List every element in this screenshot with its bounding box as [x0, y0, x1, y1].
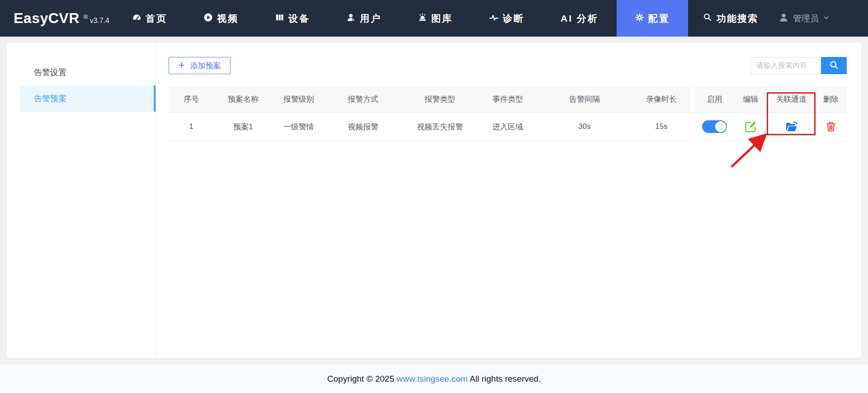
search-icon: [829, 60, 839, 71]
footer-link[interactable]: www.tsingsee.com: [396, 374, 467, 384]
header-plan-name: 预案名称: [214, 86, 273, 112]
add-plan-label: 添加预案: [190, 61, 221, 71]
header-edit: 编辑: [734, 86, 768, 112]
table-row: 1 预案1 一级警情 视频报警 视频丢失报警 进入区域 30s 15s: [169, 113, 847, 141]
delete-trash-icon[interactable]: [825, 121, 837, 133]
app-logo: EasyCVR ® v3.7.4: [14, 10, 109, 27]
user-menu[interactable]: 管理员: [778, 12, 830, 24]
nav-item-label: 视频: [217, 12, 239, 25]
toggle-knob: [715, 121, 726, 132]
table-header-row: 序号 预案名称 报警级别 报警方式 报警类型 事件类型 告警间隔 录像时长 启用…: [169, 86, 847, 113]
sidebar: 告警设置 告警预案: [7, 43, 156, 358]
app-name: EasyCVR: [14, 10, 80, 27]
function-search-label: 功能搜索: [717, 12, 758, 25]
cell-plan-name: 预案1: [214, 113, 273, 141]
copyright-prefix: Copyright © 2025: [327, 374, 396, 384]
header-alarm-mode: 报警方式: [325, 86, 401, 112]
copyright-suffix: All rights reserved.: [468, 374, 541, 384]
cell-alarm-level: 一级警情: [273, 113, 325, 141]
nav-item-label: 设备: [288, 12, 310, 25]
registered-mark: ®: [84, 14, 88, 20]
plus-icon: +: [179, 60, 184, 71]
header-event-type: 事件类型: [478, 86, 537, 112]
linked-channel-folder-icon[interactable]: [785, 120, 798, 133]
nav-item-label: 诊断: [503, 12, 524, 25]
user-icon: [346, 13, 356, 24]
search-input[interactable]: [750, 57, 821, 74]
search-button[interactable]: [821, 57, 847, 74]
nav-item-gallery[interactable]: 图库: [400, 0, 471, 37]
nav-item-label: 图库: [431, 12, 453, 25]
page-body: 告警设置 告警预案 + 添加预案: [0, 37, 868, 365]
user-name: 管理员: [793, 13, 819, 24]
nav-item-label: 首页: [146, 12, 167, 25]
nav-item-users[interactable]: 用户: [328, 0, 400, 37]
function-search[interactable]: 功能搜索: [703, 12, 758, 25]
top-navbar: EasyCVR ® v3.7.4 首页 视频 设备 用户: [0, 0, 868, 37]
nav-item-diagnosis[interactable]: 诊断: [471, 0, 542, 37]
navbar-right: 功能搜索 管理员: [703, 12, 868, 25]
nav-item-label: 用户: [360, 12, 382, 25]
dashboard-icon: [132, 13, 142, 24]
table-search: [750, 57, 847, 74]
cell-alarm-mode: 视频报警: [325, 113, 401, 141]
sidebar-item-label: 告警设置: [34, 67, 66, 78]
edit-icon[interactable]: [745, 121, 757, 133]
chevron-down-icon: [823, 14, 830, 23]
devices-icon: [275, 13, 284, 24]
nav-item-ai-analysis[interactable]: AI 分析: [542, 0, 617, 37]
nav-item-video[interactable]: 视频: [185, 0, 257, 37]
sidebar-item-label: 告警预案: [34, 93, 66, 104]
video-play-icon: [203, 13, 213, 24]
gear-icon: [635, 13, 644, 24]
app-version: v3.7.4: [90, 17, 109, 25]
page-footer: Copyright © 2025 www.tsingsee.com All ri…: [0, 365, 868, 393]
nav-item-config[interactable]: 配置: [617, 0, 688, 37]
add-plan-button[interactable]: + 添加预案: [169, 57, 231, 74]
alarm-siren-icon: [418, 13, 427, 24]
copyright-text: Copyright © 2025 www.tsingsee.com All ri…: [327, 374, 541, 384]
cell-alarm-type: 视频丢失报警: [401, 113, 478, 141]
main-panel: + 添加预案 序号 预案名称 报警级别 报警方式: [156, 43, 861, 358]
enable-toggle[interactable]: [702, 120, 727, 133]
header-no: 序号: [169, 86, 214, 112]
content-card: 告警设置 告警预案 + 添加预案: [7, 43, 861, 358]
nav-item-label: AI 分析: [561, 12, 599, 25]
cell-alarm-interval: 30s: [537, 113, 632, 141]
alarm-plan-table: 序号 预案名称 报警级别 报警方式 报警类型 事件类型 告警间隔 录像时长 启用…: [169, 86, 847, 141]
fixed-columns-gap: [691, 86, 695, 112]
avatar-icon: [778, 12, 789, 24]
toolbar: + 添加预案: [169, 57, 847, 74]
main-nav: 首页 视频 设备 用户 图库: [114, 0, 688, 37]
nav-item-devices[interactable]: 设备: [257, 0, 328, 37]
cell-event-type: 进入区域: [478, 113, 537, 141]
cell-record-duration: 15s: [632, 113, 691, 141]
header-alarm-interval: 告警间隔: [537, 86, 632, 112]
pulse-icon: [489, 13, 499, 24]
header-delete: 删除: [815, 86, 847, 112]
search-icon: [703, 13, 712, 24]
nav-item-home[interactable]: 首页: [114, 0, 185, 37]
nav-item-label: 配置: [648, 12, 670, 25]
header-alarm-type: 报警类型: [401, 86, 478, 112]
header-alarm-level: 报警级别: [273, 86, 325, 112]
sidebar-item-alarm-plan[interactable]: 告警预案: [20, 85, 156, 112]
header-linked-channel: 关联通道: [768, 86, 815, 112]
cell-no: 1: [169, 113, 214, 141]
sidebar-item-alarm-settings[interactable]: 告警设置: [20, 59, 156, 85]
header-record-duration: 录像时长: [632, 86, 691, 112]
header-enable: 启用: [695, 86, 734, 112]
